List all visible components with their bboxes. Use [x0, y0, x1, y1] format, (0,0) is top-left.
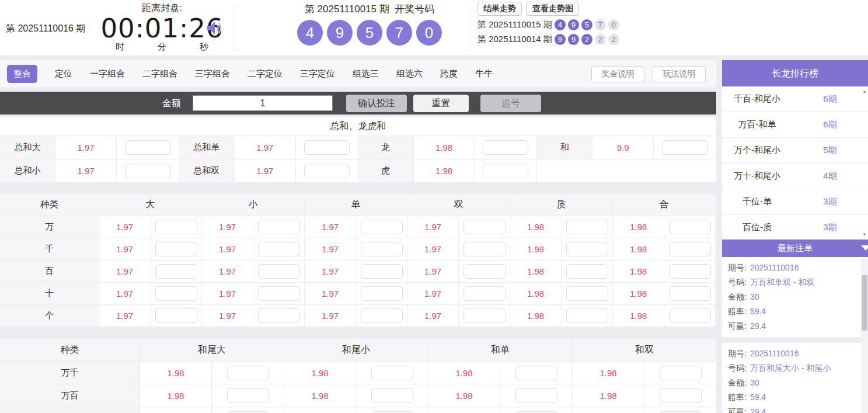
amount-input[interactable]	[193, 95, 333, 111]
bet-input[interactable]	[463, 308, 506, 323]
column-header: 单	[305, 194, 407, 216]
dragon-row[interactable]: 万个-和尾小 5期	[722, 138, 868, 164]
dragon-row[interactable]: 万百-和单 6期	[722, 112, 868, 138]
bet-input[interactable]	[660, 366, 702, 380]
bet-input[interactable]	[258, 264, 300, 279]
bet-input[interactable]	[227, 388, 269, 403]
trend-chart-button[interactable]: 查看走势图	[527, 2, 579, 16]
row-label: 万百	[0, 384, 140, 407]
reset-button[interactable]: 重置	[413, 95, 469, 112]
bet-input[interactable]	[515, 388, 557, 403]
odds-value: 1.97	[202, 305, 253, 327]
tab-erzi-dingwei[interactable]: 二字定位	[247, 68, 283, 79]
dragon-row[interactable]: 百位-质 3期	[722, 215, 868, 240]
current-issue: 第 20251110016 期	[6, 23, 85, 35]
bet-input[interactable]	[669, 308, 711, 323]
bet-input[interactable]	[483, 164, 528, 178]
speaker-icon[interactable]	[205, 19, 223, 37]
history-ball: 2	[608, 34, 619, 45]
bet-input[interactable]	[371, 388, 413, 403]
tab-yizi-zuhe[interactable]: 一字组合	[90, 68, 125, 79]
rules-info-button[interactable]: 玩法说明	[653, 66, 706, 82]
bet-input[interactable]	[463, 286, 506, 301]
odds-value: 1.98	[613, 305, 664, 327]
bet-input[interactable]	[463, 264, 506, 279]
bet-input[interactable]	[258, 220, 300, 234]
bet-input[interactable]	[361, 242, 403, 256]
bet-input[interactable]	[483, 140, 528, 155]
bet-input[interactable]	[566, 242, 608, 256]
bet-input[interactable]	[660, 411, 702, 413]
bet-input[interactable]	[660, 388, 702, 403]
order-number: 万百和单双 - 和双	[750, 275, 814, 290]
bet-input[interactable]	[566, 308, 608, 323]
tab-zhenghe[interactable]: 整合	[7, 65, 37, 83]
bet-input[interactable]	[669, 242, 711, 256]
bet-input[interactable]	[155, 286, 197, 301]
draw-ball: 4	[297, 20, 323, 46]
bet-input[interactable]	[155, 242, 197, 256]
orders-scrollbar[interactable]	[861, 259, 868, 413]
bet-input[interactable]	[258, 242, 300, 256]
bet-input[interactable]	[669, 220, 711, 234]
bet-input[interactable]	[463, 242, 506, 256]
column-header: 质	[510, 194, 613, 216]
scroll-down-icon[interactable]: ▼	[862, 232, 867, 237]
bet-input[interactable]	[515, 411, 557, 413]
bet-input[interactable]	[304, 140, 350, 155]
dragon-row[interactable]: 万十-和尾小 4期	[722, 164, 868, 189]
bet-input[interactable]	[155, 264, 197, 279]
bet-input[interactable]	[371, 366, 413, 380]
bet-input[interactable]	[361, 286, 403, 301]
bet-input[interactable]	[566, 286, 608, 301]
bet-input[interactable]	[566, 264, 608, 279]
tab-niuniu[interactable]: 牛牛	[475, 68, 493, 79]
bet-input[interactable]	[258, 308, 300, 323]
bet-input[interactable]	[155, 308, 197, 323]
bet-input[interactable]	[304, 164, 350, 178]
confirm-bet-button[interactable]: 确认投注	[346, 95, 407, 112]
history-ball: 2	[595, 34, 606, 45]
bet-input[interactable]	[515, 366, 557, 380]
tab-sanzi-dingwei[interactable]: 三字定位	[300, 68, 335, 79]
bet-input[interactable]	[663, 140, 708, 155]
column-header: 和尾小	[284, 339, 428, 362]
tab-kuadu[interactable]: 跨度	[440, 68, 458, 79]
bet-input[interactable]	[669, 286, 711, 301]
tab-dingwei[interactable]: 定位	[55, 68, 72, 79]
column-header: 大	[99, 194, 202, 216]
tab-erzi-zuhe[interactable]: 二字组合	[142, 68, 177, 79]
odds-value: 1.97	[99, 261, 151, 283]
bet-input[interactable]	[258, 286, 300, 301]
odds-value: 1.98	[510, 216, 562, 238]
bet-input[interactable]	[669, 264, 711, 279]
bet-input[interactable]	[227, 411, 269, 413]
bet-input[interactable]	[125, 164, 170, 178]
odds-value: 1.97	[235, 159, 296, 182]
bet-input[interactable]	[361, 264, 403, 279]
scroll-up-icon[interactable]: ▲	[862, 89, 867, 94]
odds-value: 1.97	[407, 216, 459, 238]
bet-option-label: 龙	[358, 136, 414, 159]
bet-input[interactable]	[155, 220, 197, 234]
dragon-row[interactable]: 千位-单 3期	[722, 189, 868, 215]
bet-input[interactable]	[463, 220, 506, 234]
sum-dragon-tiger-panel: 总和、龙虎和 总和大 1.97 总和单 1.97 龙 1.98 和 9.9 总和…	[0, 117, 716, 182]
bet-input[interactable]	[371, 411, 413, 413]
bet-input[interactable]	[125, 140, 170, 155]
bet-input[interactable]	[361, 220, 403, 234]
bet-input[interactable]	[566, 220, 608, 234]
bet-input[interactable]	[361, 308, 403, 323]
odds-value: 1.97	[407, 305, 459, 327]
dragon-row[interactable]: 千百-和尾小 6期	[722, 86, 868, 112]
trend-button[interactable]: 结果走势	[477, 2, 522, 16]
bet-input[interactable]	[227, 366, 269, 380]
tab-zuxuan-san[interactable]: 组选三	[353, 68, 379, 79]
tab-zuxuan-liu[interactable]: 组选六	[396, 68, 423, 79]
tab-sanzi-zuhe[interactable]: 三字组合	[195, 68, 230, 79]
column-header: 合	[613, 194, 716, 216]
chase-number-button[interactable]: 追号	[480, 95, 541, 112]
scrollbar-thumb[interactable]	[862, 275, 867, 331]
dragon-ranking-list: 千百-和尾小 6期 万百-和单 6期 万个-和尾小 5期 万十-和尾小 4期 千…	[722, 86, 868, 240]
bonus-info-button[interactable]: 奖金说明	[591, 66, 644, 82]
